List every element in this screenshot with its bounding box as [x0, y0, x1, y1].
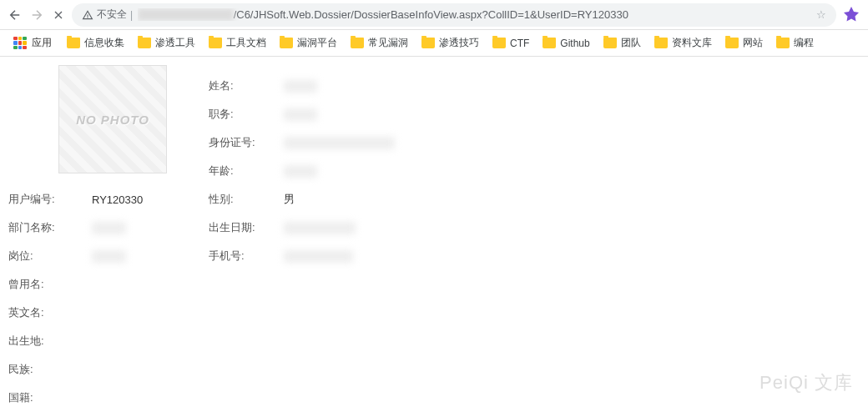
right-field-value: ██████████████ — [284, 137, 395, 149]
folder-icon — [654, 38, 668, 48]
left-field-value: ████ — [92, 222, 126, 234]
bookmark-label: 网站 — [743, 36, 763, 50]
back-button[interactable] — [7, 7, 23, 23]
bookmark-item-0[interactable]: 信息收集 — [60, 33, 131, 53]
left-field-value: ████ — [92, 250, 126, 263]
folder-icon — [138, 38, 151, 48]
bookmark-label: 工具文档 — [226, 36, 266, 50]
right-field-label: 出生日期: — [209, 220, 284, 235]
left-field-row-7: 国籍: — [8, 384, 209, 412]
bookmark-item-6[interactable]: CTF — [486, 33, 536, 53]
dossier-content: NO PHOTO 用户编号:RY120330部门名称:████岗位:████曾用… — [0, 57, 868, 417]
stop-button[interactable] — [50, 7, 67, 23]
left-field-label: 岗位: — [8, 249, 92, 264]
bookmark-label: Github — [560, 38, 589, 49]
right-field-label: 性别: — [209, 192, 284, 207]
left-field-row-1: 部门名称:████ — [8, 214, 209, 242]
right-field-value: ████-██-██ — [284, 222, 356, 234]
right-field-label: 身份证号: — [209, 135, 284, 150]
left-field-label: 曾用名: — [8, 277, 92, 292]
right-field-row-0: 姓名:███ — [209, 72, 860, 100]
left-column: NO PHOTO 用户编号:RY120330部门名称:████岗位:████曾用… — [8, 65, 209, 417]
bookmarks-bar: 应用 信息收集渗透工具工具文档漏洞平台常见漏洞渗透技巧CTFGithub团队资料… — [0, 30, 868, 57]
folder-icon — [725, 38, 739, 48]
left-field-row-8: 身高: — [8, 412, 209, 417]
left-field-label: 用户编号: — [8, 192, 92, 207]
right-field-value: ███████13 — [284, 250, 353, 263]
right-field-value: 男 — [284, 192, 295, 207]
folder-icon — [209, 38, 222, 48]
right-field-row-1: 职务:███ — [209, 100, 860, 128]
bookmark-item-4[interactable]: 常见漏洞 — [344, 33, 415, 53]
folder-icon — [421, 38, 435, 48]
folder-icon — [492, 38, 506, 48]
left-field-label: 国籍: — [8, 390, 92, 405]
left-field-label: 出生地: — [8, 334, 92, 349]
photo-placeholder: NO PHOTO — [58, 65, 167, 173]
right-field-value: ███ — [284, 108, 317, 121]
bookmark-label: 信息收集 — [84, 36, 124, 50]
right-field-row-4: 性别:男 — [209, 185, 860, 214]
bookmark-label: 资料文库 — [672, 36, 712, 50]
bookmark-label: 渗透工具 — [155, 36, 195, 50]
left-field-row-4: 英文名: — [8, 299, 209, 327]
apps-label: 应用 — [32, 36, 52, 50]
bookmark-item-8[interactable]: 团队 — [597, 33, 648, 53]
bookmark-label: 渗透技巧 — [439, 36, 479, 50]
bookmark-label: 编程 — [794, 36, 814, 50]
right-field-row-3: 年龄:██ — [209, 157, 860, 185]
forward-button[interactable] — [28, 7, 45, 23]
bookmark-label: 漏洞平台 — [297, 36, 337, 50]
folder-icon — [603, 38, 617, 48]
url-text: xxxxxxxxxxxxxxxxx/C6/JHSoft.Web.Dossier/… — [138, 8, 811, 21]
left-field-row-2: 岗位:████ — [8, 242, 209, 270]
right-field-row-2: 身份证号:██████████████ — [209, 128, 860, 157]
bookmark-label: CTF — [510, 38, 529, 49]
extension-icon[interactable] — [841, 5, 861, 25]
left-field-label: 英文名: — [8, 305, 92, 320]
right-field-row-6: 手机号:███████13 — [209, 242, 860, 270]
right-field-value: ███ — [284, 80, 317, 93]
browser-nav-bar: 不安全 | xxxxxxxxxxxxxxxxx/C6/JHSoft.Web.Do… — [0, 0, 868, 30]
left-field-label: 民族: — [8, 362, 92, 377]
right-field-row-5: 出生日期:████-██-██ — [209, 214, 860, 242]
left-field-row-0: 用户编号:RY120330 — [8, 185, 209, 214]
bookmark-item-3[interactable]: 漏洞平台 — [273, 33, 344, 53]
bookmark-item-1[interactable]: 渗透工具 — [131, 33, 202, 53]
apps-button[interactable]: 应用 — [7, 33, 58, 53]
watermark: PeiQi 文库 — [760, 370, 853, 395]
bookmark-label: 团队 — [621, 36, 641, 50]
bookmark-item-9[interactable]: 资料文库 — [648, 33, 719, 53]
right-field-label: 年龄: — [209, 163, 284, 178]
right-column: 姓名:███职务:███身份证号:██████████████年龄:██性别:男… — [209, 65, 860, 417]
right-field-value: ██ — [284, 165, 317, 178]
right-field-label: 姓名: — [209, 78, 284, 93]
right-field-label: 职务: — [209, 107, 284, 122]
bookmark-item-5[interactable]: 渗透技巧 — [415, 33, 486, 53]
bookmark-item-11[interactable]: 编程 — [770, 33, 820, 53]
left-field-label: 部门名称: — [8, 220, 92, 235]
bookmark-item-7[interactable]: Github — [536, 33, 596, 53]
bookmark-item-10[interactable]: 网站 — [719, 33, 770, 53]
apps-grid-icon — [13, 37, 27, 50]
bookmark-star-icon[interactable]: ☆ — [816, 8, 826, 21]
folder-icon — [351, 38, 364, 48]
left-field-row-5: 出生地: — [8, 327, 209, 355]
left-field-value: RY120330 — [92, 193, 143, 206]
folder-icon — [280, 38, 293, 48]
folder-icon — [542, 38, 556, 48]
folder-icon — [776, 38, 790, 48]
bookmark-item-2[interactable]: 工具文档 — [202, 33, 273, 53]
left-field-row-3: 曾用名: — [8, 270, 209, 299]
right-field-label: 手机号: — [209, 249, 284, 264]
insecure-label: 不安全 — [97, 8, 127, 22]
bookmark-label: 常见漏洞 — [368, 36, 408, 50]
left-field-row-6: 民族: — [8, 355, 209, 384]
folder-icon — [67, 38, 80, 48]
insecure-warning: 不安全 | — [82, 8, 133, 22]
address-bar[interactable]: 不安全 | xxxxxxxxxxxxxxxxx/C6/JHSoft.Web.Do… — [72, 3, 836, 27]
